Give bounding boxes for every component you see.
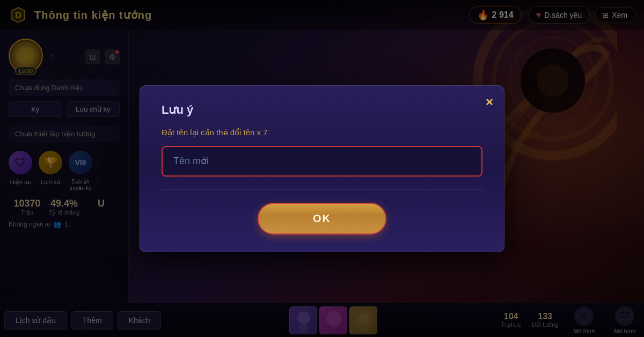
modal-title: Lưu ý	[162, 103, 482, 117]
modal-input-wrapper[interactable]	[162, 146, 482, 177]
modal-hint: Đặt tên lại cần thẻ đổi tên x 7	[162, 128, 482, 137]
modal-divider	[162, 189, 482, 190]
modal-close-button[interactable]: ×	[486, 94, 493, 109]
new-name-input[interactable]	[173, 156, 471, 167]
ok-button[interactable]: OK	[258, 203, 386, 235]
modal-overlay[interactable]: Lưu ý × Đặt tên lại cần thẻ đổi tên x 7 …	[0, 0, 644, 337]
rename-modal: Lưu ý × Đặt tên lại cần thẻ đổi tên x 7 …	[140, 85, 504, 252]
